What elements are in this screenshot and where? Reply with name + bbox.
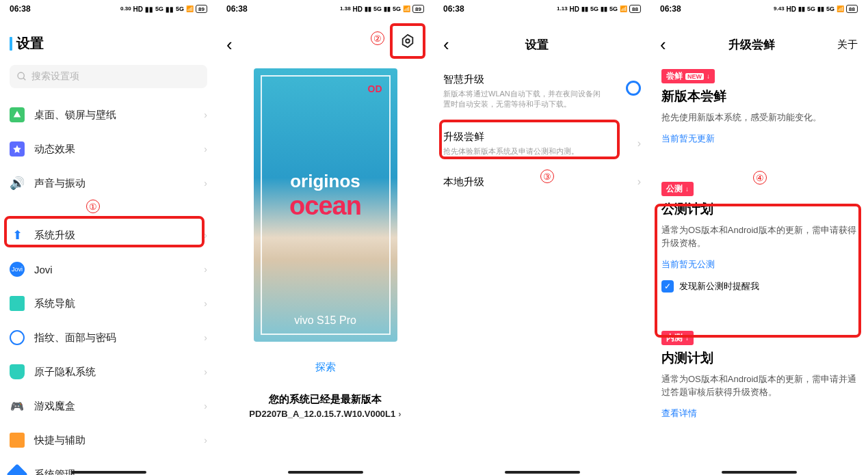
item-smart-upgrade[interactable]: 智慧升级 新版本将通过WLAN自动下载，并在夜间设备闲置时自动安装，无需等待和手…	[434, 62, 650, 117]
item-game[interactable]: 🎮游戏魔盒›	[0, 389, 217, 423]
about-link[interactable]: 关于	[837, 38, 858, 51]
card-fresh[interactable]: 尝鲜NEW↓ 新版本尝鲜 抢先使用新版本系统，感受新功能变化。 当前暂无更新	[650, 62, 867, 154]
annotation-2: ②	[371, 31, 384, 45]
status-bar: 06:38 1.13HD▮▮5G▮▮5G📶88	[434, 0, 650, 15]
fresh-status: 当前暂无更新	[661, 133, 856, 145]
badge-fresh: 尝鲜NEW↓	[661, 69, 715, 83]
svg-point-0	[18, 72, 24, 79]
page-title: 升级尝鲜	[728, 37, 775, 53]
page-title: 设置	[433, 37, 641, 53]
back-button[interactable]: ‹	[660, 34, 666, 55]
highlight-4	[655, 204, 861, 338]
battery-icon: 89	[196, 5, 207, 13]
item-privacy[interactable]: 原子隐私系统›	[0, 355, 217, 389]
explore-link[interactable]: 探索	[217, 361, 434, 374]
status-time: 06:38	[10, 4, 31, 14]
arrow-down-icon: ↓	[707, 72, 710, 80]
search-icon	[16, 71, 27, 82]
panel-upgrade: 06:38 1.38HD▮▮5G▮▮5G📶89 ‹ ② OD originos …	[217, 0, 434, 475]
svg-point-2	[406, 39, 410, 43]
home-indicator[interactable]	[505, 471, 580, 474]
highlight-2	[390, 23, 425, 59]
annotation-4: ④	[753, 171, 767, 185]
chevron-icon: ›	[637, 137, 641, 150]
page-title: 设置	[0, 15, 217, 65]
chevron-icon: ›	[204, 109, 207, 120]
smart-upgrade-toggle[interactable]	[626, 81, 641, 96]
panel-early-access: 06:38 9.43HD▮▮5G▮▮5G📶88 ‹ 升级尝鲜 关于 尝鲜NEW↓…	[650, 0, 867, 475]
arrow-down-icon: ↓	[685, 185, 689, 193]
home-indicator[interactable]	[288, 471, 363, 474]
version-status: 您的系统已经是最新版本	[217, 393, 434, 406]
item-nav[interactable]: 系统导航›	[0, 286, 217, 321]
gear-icon[interactable]	[400, 33, 415, 49]
chevron-icon: ›	[398, 409, 401, 419]
back-button[interactable]: ‹	[226, 34, 233, 55]
item-desktop[interactable]: 桌面、锁屏与壁纸›	[0, 98, 217, 132]
home-indicator[interactable]	[71, 471, 146, 474]
version-code[interactable]: PD2207B_A_12.0.15.7.W10.V000L1›	[217, 409, 434, 419]
status-bar: 06:38 9.43HD▮▮5G▮▮5G📶88	[650, 0, 867, 15]
item-system-upgrade[interactable]: ⬆系统升级›	[0, 218, 217, 252]
alpha-detail-link[interactable]: 查看详情	[661, 407, 856, 420]
svg-line-1	[23, 78, 25, 80]
os-poster: OD originos ocean vivo S15 Pro	[254, 68, 397, 342]
panel-upgrade-settings: 06:38 1.13HD▮▮5G▮▮5G📶88 ‹ 设置 智慧升级 新版本将通过…	[434, 0, 650, 475]
status-bar: 06:38 1.38HD▮▮5G▮▮5G📶89	[217, 0, 434, 15]
panel-settings: 06:38 0.30 HD ▮▮5G ▮▮5G 📶 89 设置 搜索设置项 桌面…	[0, 0, 217, 475]
annotation-1: ①	[86, 200, 100, 213]
item-fingerprint[interactable]: 指纹、面部与密码›	[0, 321, 217, 355]
item-early-access[interactable]: 升级尝鲜 抢先体验新版本系统及申请公测和内测。 ›	[434, 121, 650, 166]
badge-beta: 公测↓	[661, 182, 694, 196]
card-alpha[interactable]: 内测↓ 内测计划 通常为OS版本和Android版本的更新，需申请并通过答题审核…	[650, 324, 867, 429]
item-jovi[interactable]: JoviJovi›	[0, 252, 217, 286]
home-indicator[interactable]	[722, 471, 797, 474]
annotation-3: ③	[540, 169, 554, 183]
item-sound[interactable]: 🔊声音与振动›	[0, 166, 217, 200]
status-bar: 06:38 0.30 HD ▮▮5G ▮▮5G 📶 89	[0, 0, 217, 15]
item-shortcut[interactable]: 快捷与辅助›	[0, 423, 217, 457]
item-effects[interactable]: 动态效果›	[0, 132, 217, 166]
chevron-icon: ›	[637, 176, 641, 188]
search-input[interactable]: 搜索设置项	[10, 65, 207, 88]
